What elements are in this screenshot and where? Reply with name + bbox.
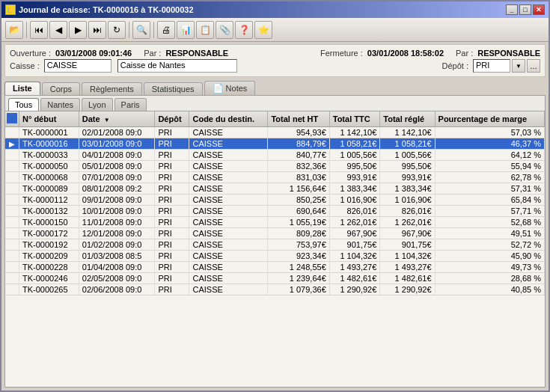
table-row[interactable]: TK-000003304/01/2008 09:0PRICAISSE840,77… bbox=[5, 150, 545, 161]
par1-label: Par : bbox=[144, 49, 161, 58]
row-date: 01/04/2008 09:0 bbox=[79, 262, 155, 273]
col-depot-header[interactable]: Dépôt bbox=[155, 111, 189, 127]
back-start-button[interactable]: ⏮ bbox=[30, 21, 48, 39]
subtab-tous[interactable]: Tous bbox=[8, 98, 39, 111]
row-num: TK-0000016 bbox=[19, 138, 79, 150]
row-depot: PRI bbox=[155, 239, 189, 251]
copy-button[interactable]: 📋 bbox=[196, 21, 214, 39]
filter-button[interactable]: 🔍 bbox=[132, 21, 150, 39]
table-row[interactable]: TK-000005005/01/2008 09:0PRICAISSE832,36… bbox=[5, 161, 545, 172]
caisse-field[interactable]: CAISSE bbox=[44, 59, 111, 73]
table-row[interactable]: TK-000006807/01/2008 09:0PRICAISSE831,03… bbox=[5, 172, 545, 183]
col-checkbox-header[interactable] bbox=[5, 111, 19, 127]
table-row[interactable]: TK-000019201/02/2008 09:0PRICAISSE753,97… bbox=[5, 239, 545, 251]
row-depot: PRI bbox=[155, 127, 189, 138]
depot-label: Dépôt : bbox=[442, 61, 468, 70]
col-code-header[interactable]: Code du destin. bbox=[189, 111, 268, 127]
table-row[interactable]: TK-000026502/06/2008 09:0PRICAISSE1 079,… bbox=[5, 284, 545, 295]
row-total-ttc: 1 016,90€ bbox=[329, 195, 380, 206]
row-arrow-cell bbox=[5, 206, 19, 217]
export-button[interactable]: 📊 bbox=[177, 21, 195, 39]
row-pct-marge: 52,72 % bbox=[435, 239, 544, 251]
depot-dots-button[interactable]: … bbox=[527, 59, 540, 73]
row-arrow-cell bbox=[5, 284, 19, 295]
col-marge-header[interactable]: Pourcentage de marge bbox=[435, 111, 544, 127]
row-code: CAISSE bbox=[189, 262, 268, 273]
minimize-button[interactable]: _ bbox=[506, 4, 518, 15]
content-panel: Tous Nantes Lyon Paris N° début Date ▼ bbox=[4, 95, 546, 388]
help-button[interactable]: ❓ bbox=[235, 21, 253, 39]
row-pct-marge: 62,78 % bbox=[435, 172, 544, 183]
tab-liste[interactable]: Liste bbox=[4, 82, 40, 95]
col-regle-header[interactable]: Total réglé bbox=[380, 111, 435, 127]
tab-reglements[interactable]: Règlements bbox=[82, 82, 142, 95]
open-button[interactable]: 📂 bbox=[5, 21, 23, 39]
table-row[interactable]: TK-000020901/03/2008 08:5PRICAISSE923,34… bbox=[5, 251, 545, 262]
row-date: 02/06/2008 09:0 bbox=[79, 284, 155, 295]
print-button[interactable]: 🖨 bbox=[157, 21, 175, 39]
main-window: 📒 Journal de caisse: TK-0000016 à TK-000… bbox=[0, 0, 550, 392]
ouverture-value: 03/01/2008 09:01:46 bbox=[55, 49, 132, 58]
ouverture-label: Ouverture : bbox=[10, 49, 51, 58]
tab-notes[interactable]: 📄 Notes bbox=[204, 81, 256, 95]
table-row[interactable]: TK-000000102/01/2008 09:0PRICAISSE954,93… bbox=[5, 127, 545, 138]
row-date: 02/05/2008 09:0 bbox=[79, 273, 155, 284]
refresh-button[interactable]: ↻ bbox=[108, 21, 126, 39]
row-num: TK-0000068 bbox=[19, 172, 79, 183]
window-controls: _ □ ✕ bbox=[506, 4, 545, 15]
forward-button[interactable]: ▶ bbox=[69, 21, 87, 39]
row-num: TK-0000112 bbox=[19, 195, 79, 206]
row-total-regle: 967,90€ bbox=[380, 228, 435, 239]
tab-corps[interactable]: Corps bbox=[42, 82, 80, 95]
maximize-button[interactable]: □ bbox=[519, 4, 531, 15]
subtab-lyon[interactable]: Lyon bbox=[82, 98, 112, 111]
forward-end-button[interactable]: ⏭ bbox=[88, 21, 106, 39]
row-pct-marge: 64,12 % bbox=[435, 150, 544, 161]
row-total-ttc: 901,75€ bbox=[329, 239, 380, 251]
star-button[interactable]: ⭐ bbox=[254, 21, 272, 39]
row-pct-marge: 49,73 % bbox=[435, 262, 544, 273]
table-row[interactable]: TK-000008908/01/2008 09:2PRICAISSE1 156,… bbox=[5, 183, 545, 195]
row-total-regle: 1 058,21€ bbox=[380, 138, 435, 150]
row-code: CAISSE bbox=[189, 138, 268, 150]
col-ht-header[interactable]: Total net HT bbox=[268, 111, 329, 127]
row-total-ht: 1 156,64€ bbox=[268, 183, 329, 195]
table-row[interactable]: TK-000024602/05/2008 09:0PRICAISSE1 239,… bbox=[5, 273, 545, 284]
attach-button[interactable]: 📎 bbox=[216, 21, 233, 39]
title-bar: 📒 Journal de caisse: TK-0000016 à TK-000… bbox=[1, 1, 549, 18]
table-row[interactable]: TK-000017212/01/2008 09:0PRICAISSE809,28… bbox=[5, 228, 545, 239]
row-num: TK-0000001 bbox=[19, 127, 79, 138]
row-code: CAISSE bbox=[189, 172, 268, 183]
subtab-nantes[interactable]: Nantes bbox=[40, 98, 80, 111]
row-total-ttc: 1 058,21€ bbox=[329, 138, 380, 150]
table-header-row: N° début Date ▼ Dépôt Code du destin. To… bbox=[5, 111, 545, 127]
depot-dropdown: PRI ▼ … bbox=[473, 59, 540, 73]
col-num-header[interactable]: N° début bbox=[19, 111, 79, 127]
row-code: CAISSE bbox=[189, 161, 268, 172]
row-pct-marge: 65,84 % bbox=[435, 195, 544, 206]
row-date: 07/01/2008 09:0 bbox=[79, 172, 155, 183]
row-depot: PRI bbox=[155, 183, 189, 195]
close-button[interactable]: ✕ bbox=[533, 4, 545, 15]
row-total-ht: 832,36€ bbox=[268, 161, 329, 172]
table-row[interactable]: TK-000022801/04/2008 09:0PRICAISSE1 248,… bbox=[5, 262, 545, 273]
row-total-ht: 1 055,19€ bbox=[268, 217, 329, 228]
row-total-regle: 1 383,34€ bbox=[380, 183, 435, 195]
table-row[interactable]: TK-000013210/01/2008 09:0PRICAISSE690,64… bbox=[5, 206, 545, 217]
table-row[interactable]: ▶TK-000001603/01/2008 09:0PRICAISSE884,7… bbox=[5, 138, 545, 150]
row-arrow-cell bbox=[5, 239, 19, 251]
select-all-checkbox[interactable] bbox=[7, 113, 17, 123]
tab-statistiques[interactable]: Statistiques bbox=[144, 82, 203, 95]
col-date-header[interactable]: Date ▼ bbox=[79, 111, 155, 127]
caisse-name-field[interactable]: Caisse de Nantes bbox=[117, 59, 237, 73]
row-arrow-cell bbox=[5, 183, 19, 195]
back-button[interactable]: ◀ bbox=[49, 21, 67, 39]
depot-field[interactable]: PRI bbox=[473, 59, 510, 73]
subtab-paris[interactable]: Paris bbox=[114, 98, 147, 111]
depot-dropdown-button[interactable]: ▼ bbox=[512, 59, 525, 73]
row-total-regle: 1 290,92€ bbox=[380, 284, 435, 295]
data-table-container[interactable]: N° début Date ▼ Dépôt Code du destin. To… bbox=[5, 111, 545, 387]
table-row[interactable]: TK-000011209/01/2008 09:0PRICAISSE850,25… bbox=[5, 195, 545, 206]
table-row[interactable]: TK-000015011/01/2008 09:0PRICAISSE1 055,… bbox=[5, 217, 545, 228]
col-ttc-header[interactable]: Total TTC bbox=[329, 111, 380, 127]
